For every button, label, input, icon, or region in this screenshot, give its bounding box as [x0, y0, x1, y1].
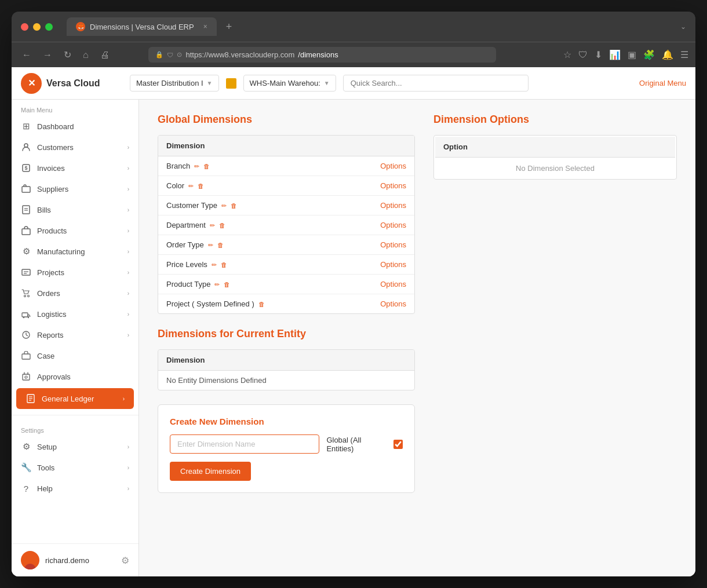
delete-icon[interactable]: 🗑 [219, 261, 227, 268]
sidebar-icon[interactable]: ▣ [628, 49, 636, 60]
case-icon [21, 350, 31, 361]
warehouse-dropdown[interactable]: WHS-Main Warehou: ▼ [243, 75, 336, 92]
options-link[interactable]: Options [380, 201, 406, 210]
quick-search-container [343, 75, 529, 92]
edit-icon[interactable]: ✏ [192, 163, 199, 170]
sidebar-label-orders: Orders [37, 289, 122, 298]
dimension-name: Order Type [166, 240, 204, 249]
options-link[interactable]: Options [380, 240, 406, 249]
global-checkbox-row: Global (All Entities) [326, 436, 403, 453]
sidebar-label-logistics: Logistics [37, 310, 122, 319]
delete-icon[interactable]: 🗑 [217, 222, 225, 229]
reader-icon: ⊙ [177, 51, 182, 59]
menu-icon[interactable]: ☰ [680, 49, 688, 60]
warehouse-dropdown-caret: ▼ [324, 80, 330, 86]
sidebar-item-dashboard[interactable]: ⊞ Dashboard [12, 116, 139, 137]
refresh-button[interactable]: ↻ [60, 47, 75, 63]
suppliers-icon [21, 184, 31, 194]
edit-icon[interactable]: ✏ [220, 202, 227, 209]
close-traffic-light[interactable] [21, 23, 28, 31]
sidebar-item-products[interactable]: Products › [12, 220, 139, 241]
options-link[interactable]: Options [380, 221, 406, 229]
delete-icon[interactable]: 🗑 [216, 242, 224, 249]
edit-icon[interactable]: ✏ [208, 222, 215, 229]
options-link[interactable]: Options [380, 280, 406, 288]
sidebar-item-suppliers[interactable]: Suppliers › [12, 178, 139, 199]
bills-icon [21, 204, 31, 215]
app-header: ✕ Versa Cloud Master Distribution I ▼ WH… [12, 67, 695, 100]
delete-icon[interactable]: 🗑 [196, 182, 204, 189]
entity-label: Master Distribution I [136, 79, 203, 87]
edit-icon[interactable]: ✏ [213, 281, 220, 288]
sidebar-item-orders[interactable]: Orders › [12, 283, 139, 304]
sidebar-item-general-ledger[interactable]: General Ledger › [16, 388, 134, 409]
entity-dropdown[interactable]: Master Distribution I ▼ [130, 75, 219, 92]
options-link[interactable]: Options [380, 162, 406, 170]
edit-icon[interactable]: ✏ [206, 242, 213, 249]
sidebar-item-projects[interactable]: Projects › [12, 262, 139, 283]
sidebar-item-setup[interactable]: ⚙ Setup › [12, 436, 139, 457]
download-icon[interactable]: ⬇ [595, 49, 602, 60]
entity-dimensions-table-container: Dimension No Entity Dimensions Defined [158, 349, 415, 390]
shield-check-icon[interactable]: 🛡 [578, 50, 588, 60]
user-avatar [21, 551, 39, 569]
sidebar-item-tools[interactable]: 🔧 Tools › [12, 457, 139, 478]
extensions-icon[interactable]: 🧩 [643, 49, 655, 60]
sidebar-item-reports[interactable]: Reports › [12, 324, 139, 345]
stats-icon[interactable]: 📊 [609, 49, 621, 60]
svg-text:$: $ [24, 165, 27, 171]
back-button[interactable]: ← [19, 48, 35, 63]
svg-rect-19 [22, 354, 30, 359]
projects-icon [21, 267, 31, 277]
sidebar-item-help[interactable]: ? Help › [12, 478, 139, 499]
delete-icon[interactable]: 🗑 [202, 163, 210, 170]
sidebar-item-invoices[interactable]: $ Invoices › [12, 158, 139, 178]
entity-dimensions-table: Dimension No Entity Dimensions Defined [158, 350, 414, 390]
setup-icon: ⚙ [21, 441, 31, 452]
delete-icon[interactable]: 🗑 [222, 281, 230, 288]
forward-button[interactable]: → [39, 48, 56, 63]
setup-caret: › [127, 444, 129, 450]
sidebar-item-logistics[interactable]: Logistics › [12, 304, 139, 324]
bookmark-icon[interactable]: ☆ [563, 49, 571, 60]
global-checkbox[interactable] [393, 440, 403, 449]
user-settings-icon[interactable]: ⚙ [121, 555, 129, 566]
home-button[interactable]: ⌂ [79, 48, 92, 63]
new-tab-button[interactable]: + [226, 21, 232, 33]
maximize-traffic-light[interactable] [45, 23, 53, 31]
sidebar-item-approvals[interactable]: Approvals [12, 366, 139, 387]
sidebar-label-tools: Tools [37, 463, 122, 472]
browser-titlebar: 🦊 Dimensions | Versa Cloud ERP × + ⌄ [12, 12, 695, 42]
sidebar-item-bills[interactable]: Bills › [12, 199, 139, 220]
options-link[interactable]: Options [380, 300, 406, 308]
notification-icon[interactable]: 🔔 [662, 49, 673, 60]
quick-search-input[interactable] [343, 75, 529, 92]
sidebar-item-case[interactable]: Case [12, 345, 139, 366]
tab-close-button[interactable]: × [203, 23, 207, 31]
edit-icon[interactable]: ✏ [187, 182, 194, 189]
orders-icon [21, 288, 31, 298]
approvals-icon [21, 371, 31, 382]
tab-list-chevron[interactable]: ⌄ [680, 23, 686, 31]
delete-icon[interactable]: 🗑 [257, 301, 265, 308]
options-link[interactable]: Options [380, 260, 406, 269]
svg-point-27 [26, 554, 34, 562]
browser-toolbar: ← → ↻ ⌂ 🖨 🔒 🛡 ⊙ https://www8.versacloude… [12, 42, 695, 67]
svg-point-14 [28, 295, 30, 297]
original-menu-button[interactable]: Original Menu [639, 79, 686, 87]
manufacturing-icon: ⚙ [21, 246, 31, 257]
svg-text:✕: ✕ [28, 78, 35, 88]
sidebar-item-manufacturing[interactable]: ⚙ Manufacturing › [12, 241, 139, 262]
create-dimension-button[interactable]: Create Dimension [170, 462, 251, 481]
svg-rect-9 [22, 229, 30, 235]
delete-icon[interactable]: 🗑 [229, 202, 237, 209]
dimension-name-input[interactable] [170, 434, 319, 454]
print-button[interactable]: 🖨 [97, 48, 113, 63]
sidebar-item-customers[interactable]: Customers › [12, 137, 139, 158]
browser-tab[interactable]: 🦊 Dimensions | Versa Cloud ERP × [67, 17, 217, 36]
minimize-traffic-light[interactable] [33, 23, 41, 31]
options-link[interactable]: Options [380, 181, 406, 190]
edit-icon[interactable]: ✏ [210, 261, 217, 268]
address-bar[interactable]: 🔒 🛡 ⊙ https://www8.versaclouderp.com /di… [148, 47, 496, 63]
logo-area: ✕ Versa Cloud [21, 73, 114, 94]
